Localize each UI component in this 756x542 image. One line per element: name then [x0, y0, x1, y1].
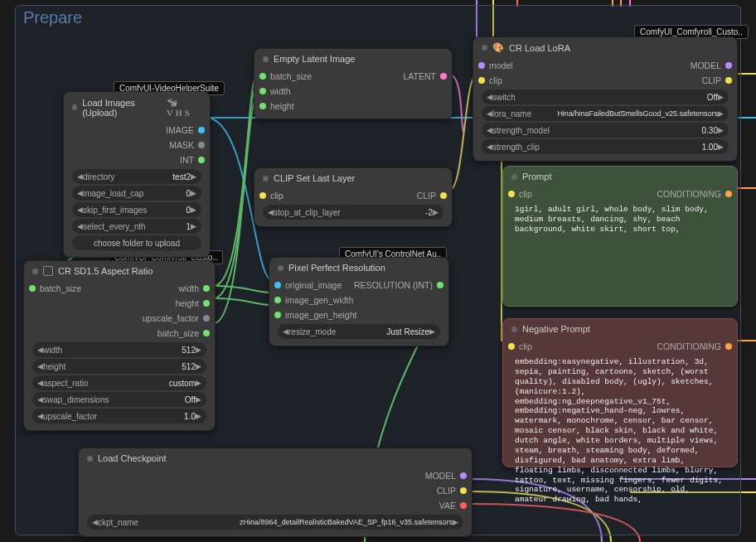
out-mask-port[interactable] [198, 142, 205, 148]
in-genh-port[interactable] [274, 312, 281, 318]
prompt-title: Prompt [522, 172, 551, 181]
chevron-right-icon[interactable]: ▶ [196, 412, 201, 420]
in-batchsize-port[interactable] [29, 285, 36, 292]
in-batch-port[interactable] [259, 73, 266, 80]
chevron-right-icon[interactable]: ▶ [196, 346, 201, 354]
chevron-right-icon[interactable]: ▶ [191, 172, 196, 181]
widget-cr-height[interactable]: ◀height512▶ [32, 359, 206, 374]
chevron-left-icon[interactable]: ◀ [37, 379, 43, 387]
out-npcond-port[interactable] [725, 343, 732, 350]
widget-directory[interactable]: ◀directorytest2▶ [72, 169, 201, 184]
pixel-perfect-title: Pixel Perfect Resolution [288, 263, 385, 273]
node-negative-prompt[interactable]: Negative Prompt clip CONDITIONING embedd… [502, 318, 738, 467]
node-prompt[interactable]: Prompt clip CONDITIONING 1girl, adult gi… [502, 166, 738, 307]
chevron-right-icon[interactable]: ▶ [191, 222, 196, 230]
chevron-left-icon[interactable]: ◀ [487, 109, 492, 118]
group-title: Prepare [23, 8, 82, 27]
prompt-text[interactable]: 1girl, adult girl, whole body, slim body… [508, 201, 732, 241]
out-ckpt-model-port[interactable] [460, 472, 467, 479]
widget-cr-width[interactable]: ◀width512▶ [32, 342, 206, 357]
chevron-left-icon[interactable]: ◀ [487, 93, 492, 101]
widget-strength-model[interactable]: ◀strength_model0.30▶ [482, 123, 729, 138]
chevron-left-icon[interactable]: ◀ [268, 208, 274, 216]
out-model-port[interactable] [725, 62, 732, 69]
chevron-left-icon[interactable]: ◀ [37, 412, 43, 420]
in-npclip-port[interactable] [508, 343, 515, 350]
widget-cr-upscalef[interactable]: ◀upscale_factor1.0▶ [32, 409, 206, 423]
clip-set-last-title: CLIP Set Last Layer [274, 173, 355, 183]
chevron-right-icon[interactable]: ▶ [196, 362, 201, 370]
out-width-port[interactable] [203, 285, 210, 292]
chevron-right-icon[interactable]: ▶ [718, 93, 724, 101]
in-elwidth-port[interactable] [259, 88, 266, 94]
chevron-left-icon[interactable]: ◀ [283, 327, 288, 336]
choose-folder-button[interactable]: choose folder to upload [72, 235, 201, 250]
out-batchsize-port[interactable] [203, 330, 210, 336]
widget-switch[interactable]: ◀switchOff▶ [482, 90, 729, 104]
out-res-port[interactable] [437, 282, 443, 288]
out-int-port[interactable] [198, 157, 205, 163]
chevron-left-icon[interactable]: ◀ [92, 518, 98, 526]
checkbox-icon[interactable] [43, 266, 53, 276]
out-latent-port[interactable] [440, 73, 447, 80]
widget-select-every-nth[interactable]: ◀select_every_nth1▶ [72, 219, 201, 234]
chevron-right-icon[interactable]: ▶ [191, 206, 196, 214]
chevron-left-icon[interactable]: ◀ [77, 189, 83, 197]
out-image-label: IMAGE [166, 125, 194, 135]
chevron-left-icon[interactable]: ◀ [37, 395, 43, 404]
chevron-right-icon[interactable]: ▶ [718, 109, 724, 118]
chevron-left-icon[interactable]: ◀ [77, 222, 83, 230]
out-int-label: INT [180, 155, 194, 165]
in-origimg-port[interactable] [274, 282, 281, 288]
chevron-left-icon[interactable]: ◀ [487, 126, 492, 134]
in-clip-port[interactable] [259, 192, 266, 199]
node-empty-latent[interactable]: Empty Latent Image batch_size LATENT wid… [254, 48, 453, 119]
chevron-left-icon[interactable]: ◀ [77, 206, 83, 214]
node-pixel-perfect[interactable]: Pixel Perfect Resolution original_image … [269, 257, 449, 346]
load-ckpt-title: Load Checkpoint [98, 453, 167, 463]
node-clip-set-last[interactable]: CLIP Set Last Layer clip CLIP ◀stop_at_c… [254, 167, 453, 227]
chevron-left-icon[interactable]: ◀ [37, 346, 43, 354]
chevron-right-icon[interactable]: ▶ [196, 379, 201, 387]
chevron-right-icon[interactable]: ▶ [433, 208, 439, 216]
node-load-checkpoint[interactable]: Load Checkpoint MODEL CLIP VAE ◀ckpt_nam… [78, 448, 472, 537]
widget-image-load-cap[interactable]: ◀image_load_cap0▶ [72, 186, 201, 201]
chevron-left-icon[interactable]: ◀ [487, 143, 492, 151]
widget-cr-swap[interactable]: ◀swap_dimensionsOff▶ [32, 392, 206, 407]
chevron-right-icon[interactable]: ▶ [429, 327, 435, 336]
chevron-left-icon[interactable]: ◀ [37, 362, 43, 370]
chevron-right-icon[interactable]: ▶ [718, 126, 724, 134]
neg-prompt-text[interactable]: embedding:easynegative, illustration, 3d… [508, 354, 732, 511]
out-lclip-port[interactable] [725, 77, 732, 84]
node-load-images[interactable]: Load Images (Upload)🐄VHS IMAGE MASK INT … [63, 91, 211, 258]
widget-ckpt-name[interactable]: ◀ckpt_namezHina/8964_detailRealisticBake… [87, 515, 463, 530]
node-cr-lora[interactable]: 🎨CR Load LoRA model MODEL clip CLIP ◀swi… [472, 36, 738, 162]
widget-cr-aspect[interactable]: ◀aspect_ratiocustom▶ [32, 375, 206, 390]
widget-stop-at-clip-layer[interactable]: ◀stop_at_clip_layer-2▶ [263, 205, 443, 220]
widget-skip-first-images[interactable]: ◀skip_first_images0▶ [72, 202, 201, 217]
out-image-port[interactable] [198, 127, 205, 133]
chevron-right-icon[interactable]: ▶ [453, 518, 458, 526]
out-clip-port[interactable] [440, 192, 447, 199]
out-ckpt-vae-port[interactable] [460, 502, 467, 509]
widget-strength-clip[interactable]: ◀strength_clip1.00▶ [482, 139, 729, 154]
widget-lora-name[interactable]: ◀lora_nameHina/hinaFailedButSmellsGood_v… [482, 106, 729, 121]
out-ckpt-clip-port[interactable] [460, 487, 467, 494]
out-pcond-port[interactable] [725, 191, 732, 197]
in-lclip-port[interactable] [478, 77, 485, 84]
chevron-right-icon[interactable]: ▶ [196, 395, 201, 404]
cr-aspect-title: CR SD1.5 Aspect Ratio [58, 266, 153, 276]
node-cr-aspect[interactable]: CR SD1.5 Aspect Ratio batch_size width h… [23, 260, 216, 431]
in-elheight-port[interactable] [259, 103, 266, 109]
chevron-right-icon[interactable]: ▶ [191, 189, 196, 197]
in-genw-port[interactable] [274, 297, 281, 303]
out-height-port[interactable] [203, 300, 210, 307]
widget-resize-mode[interactable]: ◀resize_modeJust Resize▶ [278, 324, 440, 339]
in-model-port[interactable] [478, 62, 485, 69]
neg-prompt-title: Negative Prompt [522, 324, 590, 334]
chevron-right-icon[interactable]: ▶ [718, 143, 724, 151]
chevron-left-icon[interactable]: ◀ [77, 172, 83, 181]
out-upscale-port[interactable] [203, 315, 210, 322]
load-images-title: Load Images (Upload) [82, 98, 162, 118]
in-pclip-port[interactable] [508, 191, 515, 197]
